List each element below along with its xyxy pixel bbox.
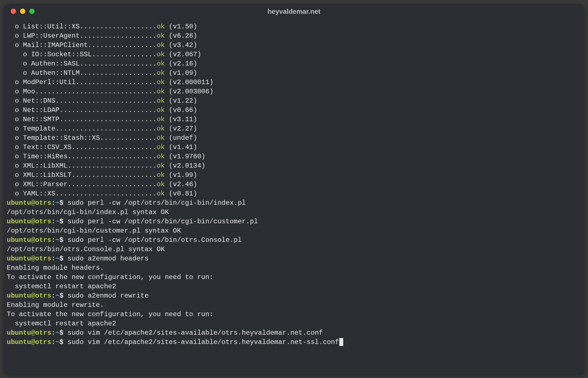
- module-line: o Net::LDAP........................ok (v…: [7, 105, 581, 115]
- command-text: sudo perl -cw /opt/otrs/bin/cgi-bin/inde…: [64, 199, 246, 207]
- dots: .....................: [71, 171, 156, 179]
- prompt-dollar: $: [59, 236, 63, 244]
- dots: ....................: [76, 78, 157, 86]
- prompt-line[interactable]: ubuntu@otrs:~$ sudo vim /etc/apache2/sit…: [7, 328, 581, 338]
- command-text: sudo perl -cw /opt/otrs/bin/cgi-bin/cust…: [64, 218, 258, 225]
- module-line: o Template::Stash::XS..............ok (u…: [7, 133, 581, 143]
- module-name: YAML::XS: [23, 190, 55, 197]
- command-text: sudo perl -cw /opt/otrs/bin/otrs.Console…: [64, 236, 242, 244]
- status-ok: ok: [157, 41, 165, 49]
- prompt-line[interactable]: ubuntu@otrs:~$ sudo perl -cw /opt/otrs/b…: [7, 235, 581, 245]
- bullet-icon: o: [7, 60, 31, 68]
- window-titlebar: heyvaldemar.net: [4, 4, 584, 19]
- module-name: XML::LibXML: [23, 162, 68, 170]
- terminal-window: heyvaldemar.net o List::Util::XS........…: [4, 4, 584, 374]
- dots: .....................: [71, 143, 156, 151]
- module-line: o XML::Parser......................ok (v…: [7, 180, 581, 189]
- status-ok: ok: [157, 134, 165, 142]
- prompt-line[interactable]: ubuntu@otrs:~$ sudo a2enmod headers: [7, 254, 581, 263]
- prompt-path: ~: [55, 255, 59, 262]
- maximize-icon[interactable]: [29, 9, 35, 14]
- bullet-icon: o: [7, 143, 23, 151]
- prompt-path: ~: [55, 338, 59, 346]
- module-version: (undef): [165, 134, 197, 142]
- bullet-icon: o: [7, 106, 23, 114]
- module-version: (v0.66): [165, 106, 197, 114]
- module-name: Net::SMTP: [23, 116, 60, 123]
- dots: .........................: [55, 190, 157, 197]
- status-ok: ok: [157, 106, 165, 114]
- cursor-icon: [339, 338, 343, 346]
- module-version: (v1.9760): [165, 153, 205, 160]
- traffic-lights: [11, 9, 35, 14]
- dots: ......................: [68, 153, 157, 160]
- bullet-icon: o: [7, 190, 23, 197]
- dots: ......................: [68, 181, 157, 188]
- output-line: To activate the new configuration, you n…: [7, 273, 581, 282]
- prompt-userhost: ubuntu@otrs: [7, 199, 51, 207]
- module-line: o Authen::SASL...................ok (v2.…: [7, 59, 581, 68]
- dots: .................: [88, 41, 157, 49]
- dots: ................: [92, 51, 156, 58]
- prompt-dollar: $: [59, 338, 63, 346]
- dots: ......................: [68, 162, 157, 170]
- module-version: (v1.09): [165, 69, 197, 77]
- bullet-icon: o: [7, 134, 23, 142]
- status-ok: ok: [157, 190, 165, 197]
- dots: ...................: [80, 32, 157, 40]
- output-line: /opt/otrs/bin/cgi-bin/index.pl syntax OK: [7, 208, 581, 217]
- prompt-line[interactable]: ubuntu@otrs:~$ sudo vim /etc/apache2/sit…: [7, 338, 581, 347]
- module-name: Time::HiRes: [23, 153, 68, 160]
- prompt-dollar: $: [59, 218, 63, 225]
- output-line: systemctl restart apache2: [7, 282, 581, 291]
- module-name: Authen::SASL: [31, 60, 80, 68]
- command-text: sudo a2enmod headers: [64, 255, 149, 262]
- module-version: (v3.42): [165, 41, 197, 49]
- status-ok: ok: [157, 23, 165, 30]
- module-version: (v1.41): [165, 143, 197, 151]
- prompt-path: ~: [55, 218, 59, 225]
- status-ok: ok: [157, 162, 165, 170]
- module-version: (v2.46): [165, 181, 197, 188]
- prompt-line[interactable]: ubuntu@otrs:~$ sudo perl -cw /opt/otrs/b…: [7, 217, 581, 226]
- prompt-separator: :: [51, 292, 55, 300]
- bullet-icon: o: [7, 162, 23, 170]
- prompt-dollar: $: [59, 329, 63, 337]
- prompt-userhost: ubuntu@otrs: [7, 329, 51, 337]
- prompt-path: ~: [55, 236, 59, 244]
- module-line: o List::Util::XS...................ok (v…: [7, 22, 581, 31]
- module-name: Template: [23, 125, 55, 132]
- module-name: Authen::NTLM: [31, 69, 80, 77]
- terminal-viewport[interactable]: o List::Util::XS...................ok (v…: [4, 19, 584, 374]
- window-title: heyvaldemar.net: [268, 7, 320, 16]
- module-version: (v1.22): [165, 97, 197, 105]
- prompt-path: ~: [55, 329, 59, 337]
- bullet-icon: o: [7, 125, 23, 132]
- module-name: Moo: [23, 88, 35, 95]
- module-line: o Net::SMTP........................ok (v…: [7, 115, 581, 124]
- module-line: o LWP::UserAgent...................ok (v…: [7, 31, 581, 40]
- bullet-icon: o: [7, 32, 23, 40]
- module-name: Text::CSV_XS: [23, 143, 72, 151]
- module-version: (v2.16): [165, 60, 197, 68]
- prompt-separator: :: [51, 218, 55, 225]
- dots: ........................: [59, 106, 157, 114]
- module-name: IO::Socket::SSL: [31, 51, 92, 58]
- module-line: o ModPerl::Util....................ok (v…: [7, 78, 581, 87]
- dots: ..............................: [35, 88, 157, 95]
- dots: ...................: [80, 69, 157, 77]
- prompt-path: ~: [55, 292, 59, 300]
- prompt-line[interactable]: ubuntu@otrs:~$ sudo perl -cw /opt/otrs/b…: [7, 198, 581, 208]
- output-line: systemctl restart apache2: [7, 319, 581, 328]
- prompt-separator: :: [51, 329, 55, 337]
- dots: ...................: [80, 60, 157, 68]
- bullet-icon: o: [7, 41, 23, 49]
- minimize-icon[interactable]: [20, 9, 25, 14]
- command-text: sudo vim /etc/apache2/sites-available/ot…: [64, 338, 339, 346]
- prompt-line[interactable]: ubuntu@otrs:~$ sudo a2enmod rewrite: [7, 291, 581, 300]
- module-version: (v0.81): [165, 190, 197, 197]
- bullet-icon: o: [7, 116, 23, 123]
- bullet-icon: o: [7, 88, 23, 95]
- close-icon[interactable]: [11, 9, 16, 14]
- module-line: o Template.........................ok (v…: [7, 124, 581, 133]
